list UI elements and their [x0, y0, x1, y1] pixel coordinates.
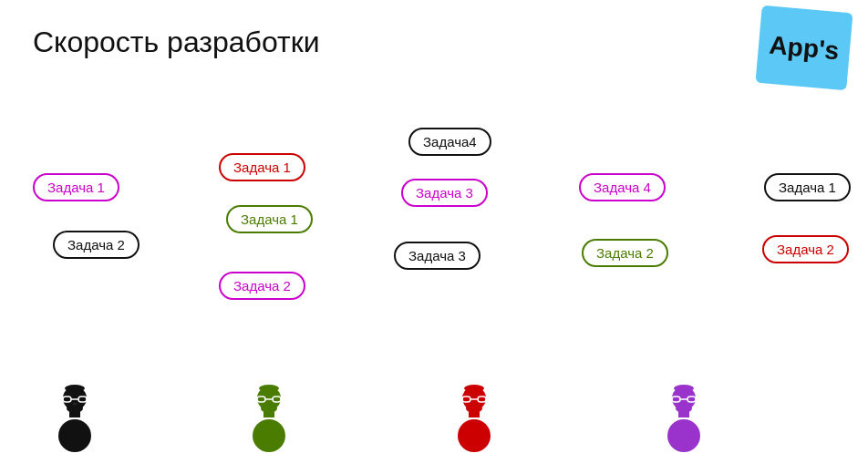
task-badge-b4: Задача 1	[226, 205, 313, 233]
svg-rect-26	[469, 408, 480, 417]
task-badge-b5: Задача 2	[219, 272, 305, 300]
task-badge-b8: Задача 3	[394, 242, 480, 270]
svg-point-6	[73, 403, 77, 406]
task-badge-b12: Задача 2	[762, 235, 849, 263]
svg-point-25	[458, 419, 491, 452]
svg-point-28	[674, 385, 694, 392]
developer-dev2	[242, 383, 296, 456]
page-title: Скорость разработки	[33, 26, 320, 59]
apps-logo-shape: App's	[755, 5, 852, 90]
svg-point-1	[65, 385, 85, 392]
person-icon	[47, 383, 102, 456]
task-badge-b6: Задача4	[408, 128, 491, 156]
svg-point-15	[267, 403, 271, 406]
apps-logo: App's	[759, 9, 850, 91]
svg-point-10	[259, 385, 279, 392]
task-badge-b2: Задача 2	[53, 231, 140, 259]
task-badge-b3: Задача 1	[219, 153, 305, 181]
svg-point-7	[58, 419, 91, 452]
developer-dev4	[656, 383, 711, 456]
svg-point-16	[253, 419, 285, 452]
svg-rect-8	[69, 408, 80, 417]
svg-point-24	[472, 403, 476, 406]
person-icon	[656, 383, 711, 456]
task-badge-b10: Задача 2	[582, 239, 668, 267]
svg-rect-35	[678, 408, 689, 417]
svg-point-34	[667, 419, 700, 452]
svg-point-19	[464, 385, 484, 392]
person-icon	[242, 383, 296, 456]
task-badge-b9: Задача 4	[579, 173, 666, 201]
developer-dev3	[447, 383, 501, 456]
task-badge-b11: Задача 1	[764, 173, 851, 201]
person-icon	[447, 383, 501, 456]
svg-point-33	[682, 403, 686, 406]
task-badge-b1: Задача 1	[33, 173, 119, 201]
svg-rect-17	[264, 408, 274, 417]
developer-dev1	[47, 383, 102, 456]
task-badge-b7: Задача 3	[401, 179, 488, 207]
